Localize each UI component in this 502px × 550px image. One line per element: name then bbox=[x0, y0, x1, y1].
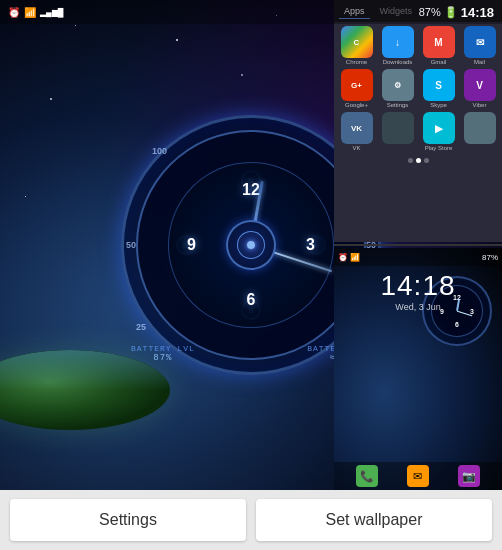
app-icon-viber[interactable]: V bbox=[464, 69, 496, 101]
app-label-skype: Skype bbox=[430, 102, 447, 108]
clock-num-6: 6 bbox=[247, 291, 256, 309]
mini-num-6: 6 bbox=[455, 321, 459, 328]
apps-panel: Apps Widgets C Chrome ↓ Downloads M Gmai… bbox=[334, 0, 502, 242]
app-icon-mail[interactable]: ✉ bbox=[464, 26, 496, 58]
main-preview: ⏰ 📶 ▂▄▆█ 87% 🔋 14:18 100 100 50 50 25 25 bbox=[0, 0, 502, 490]
list-item[interactable]: ⚙ Settings bbox=[379, 69, 416, 108]
dock-camera-icon[interactable]: 📷 bbox=[458, 465, 480, 487]
scale-100-left: 100 bbox=[152, 146, 167, 156]
wifi-icon: 📶 bbox=[24, 7, 36, 18]
app-label-downloads: Downloads bbox=[383, 59, 413, 65]
scale-50-left: 50 bbox=[126, 240, 136, 250]
status-bar: ⏰ 📶 ▂▄▆█ 87% 🔋 14:18 bbox=[0, 0, 502, 24]
status-time: 14:18 bbox=[461, 5, 494, 20]
clock-num-3: 3 bbox=[306, 236, 315, 254]
app-icon-vk[interactable]: VK bbox=[341, 112, 373, 144]
app-label-vk: VK bbox=[352, 145, 360, 151]
clock-emblem bbox=[237, 231, 265, 259]
list-item[interactable]: M Gmail bbox=[420, 26, 457, 65]
apps-grid: C Chrome ↓ Downloads M Gmail ✉ Mail bbox=[334, 22, 502, 155]
page-dots bbox=[334, 155, 502, 166]
lock-status-bar: ⏰ 📶 87% bbox=[334, 248, 502, 266]
app-icon-other[interactable] bbox=[464, 112, 496, 144]
battery-icon: 🔋 bbox=[444, 6, 458, 19]
dot-3 bbox=[424, 158, 429, 163]
list-item[interactable] bbox=[461, 112, 498, 151]
alarm-icon: ⏰ bbox=[8, 7, 20, 18]
dot-2 bbox=[416, 158, 421, 163]
list-item[interactable]: ✉ Mail bbox=[461, 26, 498, 65]
app-icon-unknown1[interactable] bbox=[382, 112, 414, 144]
settings-button[interactable]: Settings bbox=[10, 499, 246, 541]
lock-battery: 87% bbox=[482, 253, 498, 262]
list-item[interactable]: C Chrome bbox=[338, 26, 375, 65]
lock-panel: ⏰ 📶 87% 14:18 Wed, 3 Jun bbox=[334, 248, 502, 490]
status-left: ⏰ 📶 ▂▄▆█ bbox=[8, 7, 63, 18]
app-icon-playstore[interactable]: ▶ bbox=[423, 112, 455, 144]
status-right: 87% 🔋 14:18 bbox=[419, 5, 494, 20]
app-label-gplus: Google+ bbox=[345, 102, 368, 108]
app-label-playstore: Play Store bbox=[425, 145, 453, 151]
app-icon-gsettings[interactable]: ⚙ bbox=[382, 69, 414, 101]
battery-level-label: BATTERY LVL 87% bbox=[131, 344, 195, 363]
clock-num-9: 9 bbox=[187, 236, 196, 254]
list-item[interactable]: VK VK bbox=[338, 112, 375, 151]
app-label-chrome: Chrome bbox=[346, 59, 367, 65]
app-icon-downloads[interactable]: ↓ bbox=[382, 26, 414, 58]
list-item[interactable]: ▶ Play Store bbox=[420, 112, 457, 151]
app-label-mail: Mail bbox=[474, 59, 485, 65]
lock-wifi-icon: 📶 bbox=[350, 253, 360, 262]
lock-status-icons-left: ⏰ 📶 bbox=[338, 253, 360, 262]
app-label-gmail: Gmail bbox=[431, 59, 447, 65]
clock-center bbox=[226, 220, 276, 270]
list-item[interactable]: G+ Google+ bbox=[338, 69, 375, 108]
list-item[interactable]: ↓ Downloads bbox=[379, 26, 416, 65]
app-icon-skype[interactable]: S bbox=[423, 69, 455, 101]
set-wallpaper-button[interactable]: Set wallpaper bbox=[256, 499, 492, 541]
lock-alarm-icon: ⏰ bbox=[338, 253, 348, 262]
signal-bars: ▂▄▆█ bbox=[40, 8, 63, 17]
dot-1 bbox=[408, 158, 413, 163]
app-icon-chrome[interactable]: C bbox=[341, 26, 373, 58]
list-item[interactable]: S Skype bbox=[420, 69, 457, 108]
app-label-viber: Viber bbox=[473, 102, 487, 108]
clock-face: 12 3 6 9 bbox=[168, 162, 334, 328]
dock-phone-icon[interactable]: 📞 bbox=[356, 465, 378, 487]
app-label-gsettings: Settings bbox=[387, 102, 409, 108]
battery-percent: 87% bbox=[419, 6, 441, 18]
bottom-action-bar: Settings Set wallpaper bbox=[0, 490, 502, 550]
panel-divider bbox=[334, 244, 502, 246]
lock-date-display: Wed, 3 Jun bbox=[334, 302, 502, 312]
clock-center-dot bbox=[247, 241, 255, 249]
dock-email-icon[interactable]: ✉ bbox=[407, 465, 429, 487]
right-panels: Apps Widgets C Chrome ↓ Downloads M Gmai… bbox=[334, 0, 502, 490]
battery-level-value: 87% bbox=[131, 353, 195, 363]
lock-time-display: 14:18 bbox=[334, 270, 502, 302]
main-container: ⏰ 📶 ▂▄▆█ 87% 🔋 14:18 100 100 50 50 25 25 bbox=[0, 0, 502, 550]
clock-inner-ring: N ► S M 12 3 6 9 bbox=[136, 130, 366, 360]
list-item[interactable] bbox=[379, 112, 416, 151]
app-icon-gmail[interactable]: M bbox=[423, 26, 455, 58]
lock-screen-dock: 📞 ✉ 📷 bbox=[334, 462, 502, 490]
list-item[interactable]: V Viber bbox=[461, 69, 498, 108]
scale-25-left: 25 bbox=[136, 322, 146, 332]
app-icon-gplus[interactable]: G+ bbox=[341, 69, 373, 101]
lock-time-area: 14:18 Wed, 3 Jun bbox=[334, 266, 502, 312]
lock-status-icons-right: 87% bbox=[482, 253, 498, 262]
